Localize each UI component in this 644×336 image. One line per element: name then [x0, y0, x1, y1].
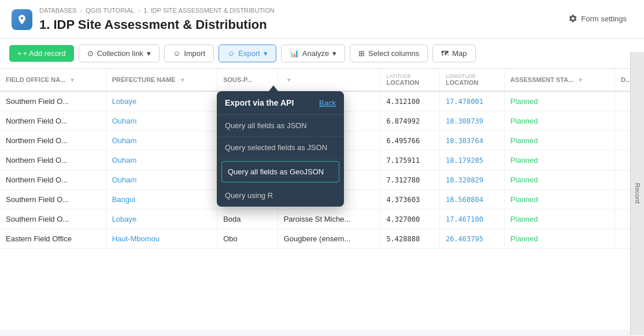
export-icon: ☺	[227, 49, 235, 58]
col-longitude: LONGITUDELocation	[439, 69, 504, 91]
export-dropdown: Export via the API Back Query all fields…	[217, 91, 344, 207]
cell-field-office: Northern Field O...	[0, 170, 106, 190]
select-columns-button[interactable]: ⊞ Select columns	[350, 44, 428, 62]
cell-status: Planned	[504, 91, 615, 111]
cell-latitude: 4.327000	[380, 210, 440, 229]
cell-latitude: 7.175911	[380, 151, 440, 170]
chevron-down-icon: ▾	[147, 49, 151, 58]
cell-prefecture[interactable]: Ouham	[106, 151, 217, 170]
cell-latitude: 4.312100	[380, 91, 440, 111]
plus-icon: +	[17, 49, 22, 58]
cell-longitude[interactable]: 26.463795	[439, 229, 504, 249]
export-button[interactable]: ☺ Export ▾	[219, 44, 276, 62]
cell-prefecture[interactable]: Haut-Mbomou	[106, 229, 217, 249]
cell-status: Planned	[504, 210, 615, 229]
export-dropdown-title: Export via the API	[225, 98, 294, 107]
cell-status: Planned	[504, 170, 615, 190]
chevron-down-icon-analyze: ▾	[332, 49, 336, 58]
cell-longitude[interactable]: 18.179205	[439, 151, 504, 170]
cell-longitude[interactable]: 17.478001	[439, 91, 504, 111]
col-extra[interactable]: ▼	[277, 69, 380, 91]
page-icon	[12, 9, 32, 30]
columns-icon: ⊞	[358, 49, 365, 58]
cell-longitude[interactable]: 17.467100	[439, 210, 504, 229]
cell-sous-p: Obo	[217, 229, 277, 249]
add-record-button[interactable]: + + Add record	[9, 45, 74, 62]
analyze-icon: 📊	[290, 49, 299, 58]
link-icon: ⊙	[87, 49, 94, 58]
form-settings-button[interactable]: Form settings	[568, 14, 627, 23]
export-dropdown-item[interactable]: Query all fields as JSON	[217, 115, 344, 137]
sidebar-record[interactable]: Record	[630, 52, 644, 335]
chevron-down-icon-export: ▾	[264, 49, 268, 58]
cell-field-office: Northern Field O...	[0, 111, 106, 131]
cell-latitude: 7.312780	[380, 170, 440, 190]
cell-field-office: Southern Field O...	[0, 190, 106, 210]
cell-prefecture[interactable]: Ouham	[106, 131, 217, 151]
cell-prefecture[interactable]: Ouham	[106, 111, 217, 131]
import-icon: ☺	[173, 49, 180, 58]
cell-longitude[interactable]: 18.308739	[439, 111, 504, 131]
cell-sous-p: Boda	[217, 210, 277, 229]
map-button[interactable]: 🗺 Map	[432, 44, 475, 62]
cell-latitude: 5.428888	[380, 229, 440, 249]
col-prefecture[interactable]: Préfecture Name ▼	[106, 69, 217, 91]
cell-longitude[interactable]: 18.560804	[439, 190, 504, 210]
dropdown-arrow	[269, 85, 278, 91]
analyze-button[interactable]: 📊 Analyze ▾	[281, 44, 345, 62]
import-button[interactable]: ☺ Import	[164, 44, 214, 62]
table-row: Southern Field O... Lobaye Boda Paroisse…	[0, 210, 644, 229]
cell-col4: Gougbere (ensem...	[277, 229, 380, 249]
page-title: 1. IDP Site Assessment & Distribution	[39, 17, 275, 32]
export-back-button[interactable]: Back	[319, 99, 336, 107]
cell-status: Planned	[504, 190, 615, 210]
col-field-office[interactable]: Field Office Na... ▼	[0, 69, 106, 91]
cell-field-office: Southern Field O...	[0, 91, 106, 111]
cell-latitude: 6.495766	[380, 131, 440, 151]
cell-prefecture[interactable]: Bangui	[106, 190, 217, 210]
export-dropdown-item[interactable]: Query all fields as GeoJSON	[221, 161, 339, 182]
cell-prefecture[interactable]: Ouham	[106, 170, 217, 190]
cell-field-office: Northern Field O...	[0, 131, 106, 151]
cell-latitude: 4.373603	[380, 190, 440, 210]
col-assessment-status[interactable]: Assessment sta... ▼	[504, 69, 615, 91]
cell-longitude[interactable]: 18.320829	[439, 170, 504, 190]
breadcrumb: DATABASES › QGIS TUTORIAL › 1. IDP SITE …	[39, 7, 275, 14]
cell-latitude: 6.874992	[380, 111, 440, 131]
cell-longitude[interactable]: 18.303764	[439, 131, 504, 151]
table-row: Eastern Field Office Haut-Mbomou Obo Gou…	[0, 229, 644, 249]
cell-status: Planned	[504, 111, 615, 131]
collection-link-button[interactable]: ⊙ Collection link ▾	[79, 44, 160, 62]
map-icon: 🗺	[441, 49, 449, 58]
col-latitude: LATITUDELocation	[380, 69, 440, 91]
cell-status: Planned	[504, 131, 615, 151]
cell-prefecture[interactable]: Lobaye	[106, 91, 217, 111]
cell-status: Planned	[504, 229, 615, 249]
export-dropdown-item[interactable]: Query using R	[217, 185, 344, 207]
cell-field-office: Southern Field O...	[0, 210, 106, 229]
cell-col4: Paroisse St Miche...	[277, 210, 380, 229]
toolbar: + + Add record ⊙ Collection link ▾ ☺ Imp…	[0, 39, 644, 69]
cell-field-office: Northern Field O...	[0, 151, 106, 170]
cell-field-office: Eastern Field Office	[0, 229, 106, 249]
cell-status: Planned	[504, 151, 615, 170]
export-dropdown-item[interactable]: Query selected fields as JSON	[217, 137, 344, 159]
cell-prefecture[interactable]: Lobaye	[106, 210, 217, 229]
